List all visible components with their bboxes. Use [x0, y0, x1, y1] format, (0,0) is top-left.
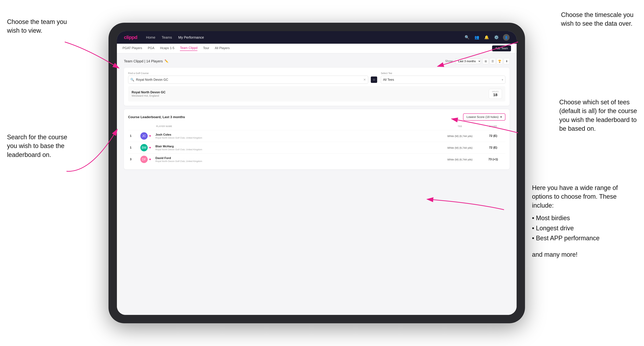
player-rank-3: 3	[130, 158, 140, 161]
course-result-info: Royal North Devon GC Westward Hol, Engla…	[132, 91, 489, 97]
course-result-name: Royal North Devon GC	[132, 91, 489, 94]
player-heart-2[interactable]: ♥	[149, 146, 156, 150]
add-team-button[interactable]: Add Team	[492, 45, 511, 51]
tee-chevron-icon: ▾	[502, 78, 503, 81]
team-edit-icon[interactable]: ✏️	[164, 59, 168, 63]
leaderboard-table-header: PLAYER NAME TEE SCORE	[128, 124, 506, 129]
holes-label: Holes	[492, 91, 498, 93]
subnav-all-players[interactable]: All Players	[215, 46, 230, 51]
search-group: Find a Golf Course 🔍 Royal North Devon G…	[128, 72, 377, 84]
search-card: Find a Golf Course 🔍 Royal North Devon G…	[124, 68, 510, 106]
player-tee-1: White (M) (6,744 yds)	[437, 135, 483, 138]
search-icon[interactable]: 🔍	[464, 34, 470, 40]
annotation-search-course: Search for the courseyou wish to base th…	[7, 133, 67, 159]
player-info-1: Josh Coles Royal North Devon Golf Club, …	[156, 133, 437, 139]
clear-search-button[interactable]: ✕	[363, 78, 366, 82]
subnav-tour[interactable]: Tour	[203, 46, 209, 51]
grid-view-button[interactable]: ⊞	[483, 58, 488, 64]
player-score-1: 72 (E)	[483, 134, 504, 138]
favorite-button[interactable]: ☆	[371, 76, 377, 83]
player-score-3: 73 (+1)	[483, 158, 504, 161]
tablet-frame: clippd Home Teams My Performance 🔍 👥 🔔 ⚙…	[108, 23, 525, 323]
navbar: clippd Home Teams My Performance 🔍 👥 🔔 ⚙…	[117, 31, 516, 44]
option-app: Best APP performance	[532, 233, 637, 243]
list-view-button[interactable]: ☰	[490, 58, 496, 64]
player-info-2: Blair McHarg Royal North Devon Golf Club…	[156, 145, 437, 151]
people-icon[interactable]: 👥	[474, 34, 480, 40]
annotation-timescale: Choose the timescale youwish to see the …	[561, 10, 634, 28]
score-type-chevron: ▾	[500, 115, 502, 119]
bell-icon[interactable]: 🔔	[483, 34, 490, 40]
search-row: Find a Golf Course 🔍 Royal North Devon G…	[128, 72, 506, 84]
course-result: Royal North Devon GC Westward Hol, Engla…	[128, 86, 506, 102]
team-header: Team Clippd | 14 Players ✏️ Show: Last 3…	[124, 58, 510, 64]
nav-teams[interactable]: Teams	[162, 35, 172, 39]
player-row: 3 DF ♥ David Ford Royal North Devon Golf…	[128, 154, 506, 165]
view-icons: ⊞ ☰ 🏆 ⬇	[483, 58, 510, 64]
player-score-2: 72 (E)	[483, 146, 504, 149]
player-heart-1[interactable]: ♥	[149, 134, 156, 138]
course-result-location: Westward Hol, England	[132, 94, 489, 97]
player-avatar-3: DF	[140, 156, 148, 163]
options-list: Most birdies Longest drive Best APP perf…	[532, 213, 637, 243]
col-tee-header: TEE	[437, 125, 483, 128]
holes-box: Holes 18	[489, 89, 502, 99]
find-course-label: Find a Golf Course	[128, 72, 377, 75]
option-birdies: Most birdies	[532, 213, 637, 223]
subnav: PGAT Players PGA Hcaps 1-5 Team Clippd T…	[117, 44, 516, 53]
show-period-select[interactable]: Last 3 months	[455, 58, 481, 64]
player-heart-3[interactable]: ♥	[149, 158, 156, 161]
score-type-select[interactable]: Lowest Score (18 holes) ▾	[463, 113, 506, 121]
annotation-choose-team: Choose the team youwish to view.	[7, 17, 67, 35]
col-score-header: SCORE	[483, 125, 504, 128]
course-search-value: Royal North Devon GC	[136, 78, 362, 82]
col-player-header: PLAYER NAME	[156, 125, 437, 128]
holes-count: 18	[492, 93, 498, 97]
player-info-3: David Ford Royal North Devon Golf Club, …	[156, 156, 437, 163]
tee-group: Select Tee All Tees ▾	[381, 72, 506, 84]
search-input-wrapper: 🔍 Royal North Devon GC ✕	[128, 76, 368, 84]
leaderboard-card: Course Leaderboard, Last 3 months Lowest…	[124, 109, 510, 169]
subnav-hcaps[interactable]: Hcaps 1-5	[160, 46, 174, 51]
app-logo: clippd	[124, 35, 137, 40]
tablet-screen: clippd Home Teams My Performance 🔍 👥 🔔 ⚙…	[117, 31, 516, 315]
navbar-links: Home Teams My Performance	[146, 35, 204, 39]
subnav-pgat[interactable]: PGAT Players	[122, 46, 142, 51]
player-rank-1: 1	[130, 134, 140, 138]
player-avatar-2: BM	[140, 144, 148, 151]
player-row: 1 BM ♥ Blair McHarg Royal North Devon Go…	[128, 142, 506, 154]
annotation-tees: Choose which set of tees(default is all)…	[559, 98, 637, 133]
subnav-pga[interactable]: PGA	[148, 46, 154, 51]
main-content: Team Clippd | 14 Players ✏️ Show: Last 3…	[117, 53, 516, 315]
player-tee-2: White (M) (6,744 yds)	[437, 146, 483, 149]
subnav-team-clippd[interactable]: Team Clippd	[180, 46, 198, 51]
leaderboard-header: Course Leaderboard, Last 3 months Lowest…	[128, 113, 506, 121]
player-tee-3: White (M) (6,744 yds)	[437, 158, 483, 161]
nav-my-performance[interactable]: My Performance	[178, 35, 204, 39]
player-row: 1 JC ♥ Josh Coles Royal North Devon Golf…	[128, 130, 506, 142]
leaderboard-title: Course Leaderboard, Last 3 months	[128, 115, 185, 119]
nav-home[interactable]: Home	[146, 35, 155, 39]
settings-icon[interactable]: ⚙️	[493, 34, 500, 40]
trophy-view-button[interactable]: 🏆	[497, 58, 502, 64]
team-show: Show: Last 3 months ⊞ ☰ 🏆 ⬇	[445, 58, 510, 64]
option-drive: Longest drive	[532, 223, 637, 233]
download-button[interactable]: ⬇	[504, 58, 510, 64]
team-title: Team Clippd | 14 Players	[124, 59, 163, 63]
user-avatar[interactable]: 👤	[503, 34, 510, 41]
annotation-options: Here you have a wide range of options to…	[532, 183, 637, 259]
player-avatar-1: JC	[140, 132, 148, 140]
course-search-icon: 🔍	[130, 78, 134, 82]
navbar-icons: 🔍 👥 🔔 ⚙️ 👤	[464, 34, 510, 41]
player-rank-2: 1	[130, 146, 140, 149]
tee-select-wrapper[interactable]: All Tees ▾	[381, 76, 506, 84]
tee-label: Select Tee	[381, 72, 506, 75]
tee-select-value: All Tees	[383, 78, 502, 82]
